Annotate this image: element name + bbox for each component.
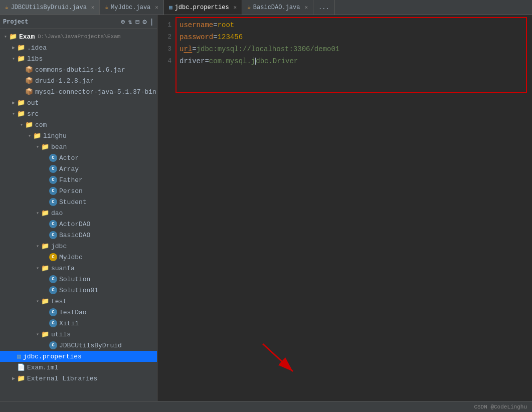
sync-icon[interactable]: ⇅ (128, 18, 132, 26)
tab-bar: ☕ JDBCUtilsByDruid.java ✕ ☕ MyJdbc.java … (0, 0, 532, 15)
sidebar-item-solution01[interactable]: C Solution01 (0, 285, 157, 296)
folder-icon: 📁 (25, 121, 33, 129)
settings-icon[interactable]: ⚙ (142, 18, 146, 26)
tab-close-icon[interactable]: ✕ (155, 4, 158, 11)
code-line-2: password=123456 (180, 31, 532, 43)
class-icon: C (49, 154, 57, 162)
folder-icon: 📁 (9, 33, 17, 41)
tab-more[interactable]: ... (313, 0, 335, 15)
item-label: BasicDAO (59, 232, 90, 239)
sidebar-item-person[interactable]: C Person (0, 185, 157, 196)
tab-close-icon[interactable]: ✕ (91, 4, 95, 11)
val-root: root (218, 19, 235, 31)
class-icon: C (49, 286, 57, 294)
key-driver: driver (180, 55, 205, 67)
sidebar-item-libs[interactable]: ▾ 📁 libs (0, 53, 157, 64)
tab-close-icon[interactable]: ✕ (304, 4, 308, 11)
sidebar-item-father[interactable]: C Father (0, 174, 157, 185)
class-icon: C (49, 187, 57, 195)
folder-icon: 📁 (41, 242, 49, 250)
editor-content[interactable]: 1 2 3 4 username=root password=123456 ur… (157, 15, 532, 401)
tab-jdbc-druid[interactable]: ☕ JDBCUtilsByDruid.java ✕ (0, 0, 100, 15)
sidebar-item-student[interactable]: C Student (0, 196, 157, 208)
sidebar-item-bean[interactable]: ▾ 📁 bean (0, 141, 157, 152)
java-icon: ☕ (247, 4, 251, 11)
expand-icon: ▾ (34, 243, 41, 249)
folder-icon: 📁 (17, 44, 25, 52)
tab-properties[interactable]: ▦ jdbc.properties ✕ (164, 0, 242, 15)
folder-icon: 📁 (17, 99, 25, 107)
code-line-1: username=root (180, 19, 532, 31)
sidebar-item-mysql-connector[interactable]: 📦 mysql-connector-java-5.1.37-bin (0, 86, 157, 97)
sidebar-item-testdao[interactable]: C TestDao (0, 307, 157, 318)
collapse-icon[interactable]: ⊟ (135, 18, 139, 26)
val-password: 123456 (218, 31, 243, 43)
sidebar-item-basicdao[interactable]: C BasicDAO (0, 230, 157, 241)
item-label: suanfa (51, 265, 75, 272)
class-icon: C (49, 253, 57, 261)
add-icon[interactable]: ⊕ (121, 18, 125, 26)
properties-icon: ▦ (169, 4, 172, 11)
sidebar-item-test[interactable]: ▾ 📁 test (0, 296, 157, 307)
sidebar-item-out[interactable]: ▶ 📁 out (0, 97, 157, 108)
tab-basicdao[interactable]: ☕ BasicDAO.java ✕ (242, 0, 313, 15)
expand-icon: ▶ (10, 375, 17, 381)
item-label: Xiti1 (59, 320, 79, 327)
sidebar-item-jdbcutils[interactable]: C JDBCUtilsByDruid (0, 340, 157, 351)
item-label: Father (59, 176, 83, 184)
sidebar-item-druid[interactable]: 📦 druid-1.2.8.jar (0, 75, 157, 86)
item-label: MyJdbc (59, 254, 83, 261)
sidebar-item-src[interactable]: ▾ 📁 src (0, 108, 157, 119)
sidebar-item-jdbc-properties[interactable]: ▦ jdbc.properties (0, 351, 157, 362)
expand-icon: ▶ (10, 45, 17, 51)
item-label: Exam.iml (27, 364, 58, 371)
expand-icon: ▾ (2, 34, 9, 40)
folder-icon: 📁 (41, 143, 49, 151)
red-arrow-svg (258, 339, 308, 379)
sidebar-item-solution[interactable]: C Solution (0, 274, 157, 285)
code-line-4: driver=com.mysql.jdbc.Driver (180, 55, 532, 67)
sidebar-item-myjdbc[interactable]: C MyJdbc (0, 252, 157, 263)
item-label: Solution (59, 276, 90, 283)
sidebar-item-actordao[interactable]: C ActorDAO (0, 219, 157, 230)
class-icon: C (49, 319, 57, 327)
project-tree[interactable]: ▾ 📁 Exam D:\Java\JavaProjects\Exam ▶ 📁 .… (0, 29, 157, 401)
sidebar-item-suanfa[interactable]: ▾ 📁 suanfa (0, 263, 157, 274)
key-password: password (180, 31, 213, 43)
class-icon: C (49, 275, 57, 283)
item-label: bean (51, 143, 67, 151)
sidebar-item-linghu[interactable]: ▾ 📁 linghu (0, 130, 157, 141)
folder-icon: 📁 (33, 132, 41, 140)
sidebar-item-array[interactable]: C Array (0, 163, 157, 174)
svg-line-1 (263, 344, 293, 371)
sidebar-item-dao[interactable]: ▾ 📁 dao (0, 208, 157, 219)
val-driver-part2: dbc.Driver (256, 55, 298, 67)
item-label: src (27, 110, 39, 118)
sidebar-item-xiti1[interactable]: C Xiti1 (0, 318, 157, 329)
item-label: jdbc.properties (23, 353, 82, 360)
sidebar-item-commons-dbutils[interactable]: 📦 commons-dbutils-1.6.jar (0, 64, 157, 75)
sidebar-item-com[interactable]: ▾ 📁 com (0, 119, 157, 130)
status-bar: CSDN @CodeLinghu (0, 401, 532, 412)
line-numbers: 1 2 3 4 (157, 19, 175, 397)
expand-icon: ▾ (34, 144, 41, 150)
sidebar-item-jdbc-folder[interactable]: ▾ 📁 jdbc (0, 241, 157, 252)
sidebar-item-actor[interactable]: C Actor (0, 152, 157, 163)
item-label: druid-1.2.8.jar (35, 77, 94, 85)
tab-close-icon[interactable]: ✕ (234, 4, 237, 11)
sidebar-item-idea[interactable]: ▶ 📁 .idea (0, 42, 157, 53)
tree-root[interactable]: ▾ 📁 Exam D:\Java\JavaProjects\Exam (0, 31, 157, 42)
sidebar-item-exam-iml[interactable]: 📄 Exam.iml (0, 362, 157, 373)
item-label: commons-dbutils-1.6.jar (35, 66, 125, 74)
root-path: D:\Java\JavaProjects\Exam (38, 34, 120, 40)
tab-myjdbc[interactable]: ☕ MyJdbc.java ✕ (100, 0, 163, 15)
folder-icon: 📁 (41, 330, 49, 338)
sidebar-item-utils[interactable]: ▾ 📁 utils (0, 329, 157, 340)
code-lines: username=root password=123456 url=jdbc:m… (175, 19, 532, 397)
folder-icon: 📁 (41, 264, 49, 272)
sidebar-toolbar: Project ⊕ ⇅ ⊟ ⚙ | (0, 15, 157, 29)
java-icon: ☕ (5, 4, 9, 11)
class-icon: C (49, 176, 57, 184)
sidebar-item-external-libraries[interactable]: ▶ 📁 External Libraries (0, 373, 157, 384)
folder-icon: 📁 (41, 297, 49, 305)
